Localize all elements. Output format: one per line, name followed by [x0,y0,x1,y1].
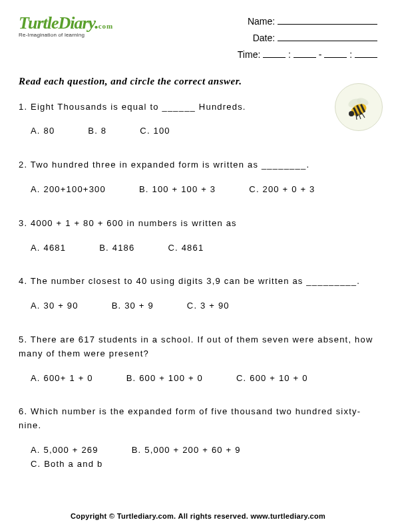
questions-list: 1. Eight Thousands is equal to ______ Hu… [19,100,377,471]
choice-c[interactable]: C. 3 + 90 [187,299,230,313]
choice-c[interactable]: C. Both a and b [31,458,102,471]
choice-c[interactable]: C. 200 + 0 + 3 [249,183,315,197]
choice-a[interactable]: A. 200+100+300 [31,183,106,197]
time-blank-3[interactable] [324,49,347,58]
choice-a[interactable]: A. 600+ 1 + 0 [31,372,93,386]
instructions: Read each question, and circle the corre… [19,76,377,87]
choice-c[interactable]: C. 100 [140,124,170,138]
choice-a[interactable]: A. 30 + 90 [31,299,79,313]
question-text: 5. There are 617 students in a school. I… [19,333,377,361]
choice-b[interactable]: B. 30 + 9 [112,299,154,313]
name-label: Name: [248,16,275,27]
choice-a[interactable]: A. 5,000 + 269 [31,444,99,458]
question-text: 3. 4000 + 1 + 80 + 600 in numbers is wri… [19,217,377,231]
logo-text: TurtleDiary.com [19,13,138,33]
question-3: 3. 4000 + 1 + 80 + 600 in numbers is wri… [19,217,377,255]
choices-row: A. 600+ 1 + 0B. 600 + 100 + 0C. 600 + 10… [19,372,377,386]
choice-a[interactable]: A. 80 [31,124,55,138]
question-text: 6. Which number is the expanded form of … [19,405,377,433]
choice-c[interactable]: C. 600 + 10 + 0 [236,372,308,386]
question-4: 4. The number closest to 40 using digits… [19,275,377,313]
question-1: 1. Eight Thousands is equal to ______ Hu… [19,100,377,139]
name-blank[interactable] [278,15,377,25]
choice-b[interactable]: B. 600 + 100 + 0 [126,372,203,386]
question-text: 1. Eight Thousands is equal to ______ Hu… [19,100,377,114]
bee-icon [335,83,383,131]
question-6: 6. Which number is the expanded form of … [19,405,377,471]
question-text: 4. The number closest to 40 using digits… [19,275,377,289]
choices-row: A. 4681B. 4186C. 4861 [19,241,377,255]
time-blank-2[interactable] [294,49,316,58]
choice-b[interactable]: B. 8 [88,124,106,138]
choices-row: A. 5,000 + 269B. 5,000 + 200 + 60 + 9C. … [19,444,377,471]
choice-b[interactable]: B. 5,000 + 200 + 60 + 9 [132,444,241,458]
choice-c[interactable]: C. 4861 [168,241,204,255]
name-row: Name: [238,13,377,30]
question-2: 2. Two hundred three in expanded form is… [19,158,377,197]
logo: TurtleDiary.com Re-Imagination of learni… [19,13,138,38]
student-meta: Name: Date: Time: : - : [238,13,377,64]
question-text: 2. Two hundred three in expanded form is… [19,158,377,172]
time-label: Time: [238,49,260,60]
copyright-footer: Copyright © Turtlediary.com. All rights … [0,512,396,520]
choice-b[interactable]: B. 4186 [99,241,134,255]
time-blank-1[interactable] [263,49,286,58]
choice-a[interactable]: A. 4681 [31,241,66,255]
date-row: Date: [238,30,377,47]
logo-tagline: Re-Imagination of learning [19,32,138,38]
worksheet-header: TurtleDiary.com Re-Imagination of learni… [19,13,377,64]
svg-point-6 [349,111,354,116]
logo-suffix: com [99,22,114,30]
choices-row: A. 30 + 90B. 30 + 9C. 3 + 90 [19,299,377,313]
question-5: 5. There are 617 students in a school. I… [19,333,377,385]
date-blank[interactable] [278,32,377,41]
choices-row: A. 80B. 8C. 100 [19,124,377,138]
choice-b[interactable]: B. 100 + 100 + 3 [139,183,216,197]
logo-name: TurtleDiary [19,13,95,33]
time-row: Time: : - : [238,47,377,63]
date-label: Date: [253,33,275,43]
time-blank-4[interactable] [355,49,377,58]
choices-row: A. 200+100+300B. 100 + 100 + 3C. 200 + 0… [19,183,377,197]
